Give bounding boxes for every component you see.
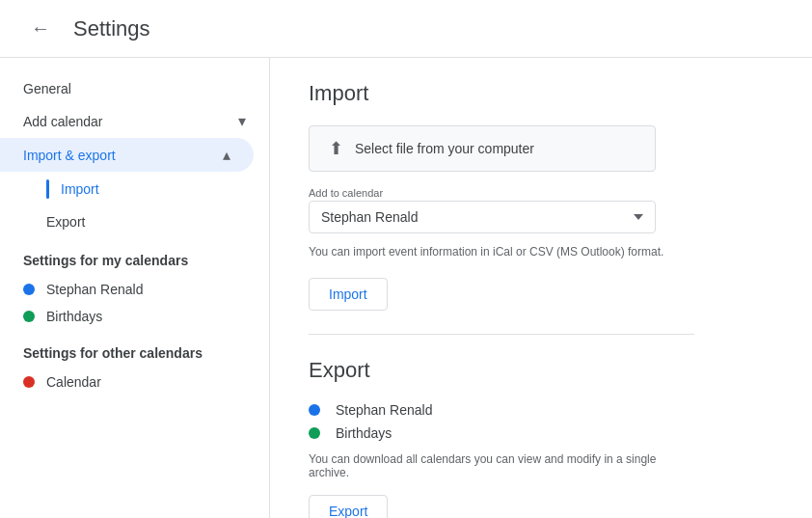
sidebar-item-birthdays[interactable]: Birthdays xyxy=(0,303,269,330)
main-content: Import ⬆ Select file from your computer … xyxy=(270,58,812,518)
export-section: Export Stephan Renald Birthdays You can … xyxy=(309,358,773,518)
import-section: Import ⬆ Select file from your computer … xyxy=(309,81,773,311)
export-stephan-dot xyxy=(309,404,320,416)
page-title: Settings xyxy=(73,16,150,41)
back-icon: ← xyxy=(31,17,50,40)
chevron-up-icon: ▴ xyxy=(223,146,230,164)
sidebar-item-general[interactable]: General xyxy=(0,73,269,104)
chevron-down-icon: ▾ xyxy=(238,112,246,130)
add-to-calendar-label: Add to calendar xyxy=(309,187,656,199)
export-calendar-stephan: Stephan Renald xyxy=(309,402,773,418)
back-button[interactable]: ← xyxy=(23,12,58,46)
export-birthdays-dot xyxy=(309,427,320,439)
import-section-title: Import xyxy=(309,81,773,106)
calendar-select[interactable]: Stephan Renald xyxy=(309,201,656,233)
export-section-title: Export xyxy=(309,358,773,383)
export-info-text: You can download all calendars you can v… xyxy=(309,452,694,479)
active-indicator xyxy=(46,179,49,199)
upload-icon: ⬆ xyxy=(329,138,343,159)
settings-other-calendars-heading: Settings for other calendars xyxy=(0,330,269,368)
import-info-text: You can import event information in iCal… xyxy=(309,245,694,259)
section-divider xyxy=(309,334,694,335)
export-calendar-birthdays: Birthdays xyxy=(309,425,773,441)
export-button[interactable]: Export xyxy=(309,495,388,518)
select-file-button[interactable]: ⬆ Select file from your computer xyxy=(309,125,656,172)
add-to-calendar-container: Add to calendar Stephan Renald xyxy=(309,187,656,233)
export-calendars-list: Stephan Renald Birthdays xyxy=(309,402,773,441)
sidebar-item-import-export[interactable]: Import & export ▴ xyxy=(0,138,254,172)
sidebar-item-calendar[interactable]: Calendar xyxy=(0,368,269,395)
sidebar-sub-menu: Import Export xyxy=(0,172,269,237)
birthdays-dot xyxy=(23,311,35,322)
sidebar-item-import[interactable]: Import xyxy=(15,172,269,206)
sidebar-item-export[interactable]: Export xyxy=(15,206,269,237)
stephan-renald-dot xyxy=(23,284,35,295)
sidebar-item-stephan-renald[interactable]: Stephan Renald xyxy=(0,276,269,303)
settings-my-calendars-heading: Settings for my calendars xyxy=(0,237,269,276)
sidebar: General Add calendar ▾ Import & export ▴… xyxy=(0,58,270,518)
sidebar-item-add-calendar[interactable]: Add calendar ▾ xyxy=(0,104,269,138)
import-button[interactable]: Import xyxy=(309,278,388,311)
calendar-dot xyxy=(23,376,35,388)
